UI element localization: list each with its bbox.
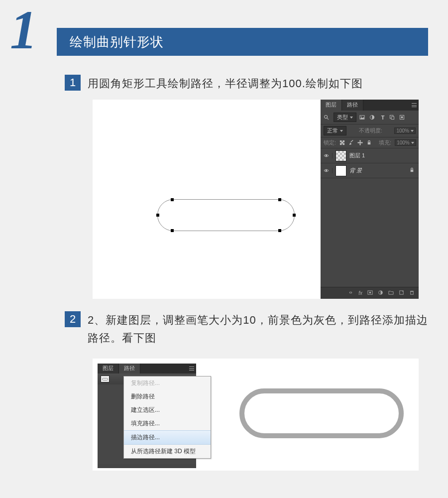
fill-label: 填充: xyxy=(379,139,391,146)
anchor-point xyxy=(278,198,281,201)
adjustment-icon[interactable] xyxy=(378,290,383,296)
section-number: 1 xyxy=(10,2,37,57)
tab-paths[interactable]: 路径 xyxy=(119,364,140,374)
tab-paths[interactable]: 路径 xyxy=(342,100,363,111)
layers-panel-footer: fx xyxy=(321,287,419,299)
lock-icon xyxy=(409,167,415,174)
anchor-point xyxy=(171,229,174,232)
section-heading: 绘制曲别针形状 xyxy=(57,28,428,56)
svg-line-1 xyxy=(327,118,329,120)
rounded-rect-path xyxy=(157,199,295,231)
trash-icon[interactable] xyxy=(409,290,415,296)
step-2-text: 2、新建图层，调整画笔大小为10，前景色为灰色，到路径添加描边路径。看下图 xyxy=(88,311,428,347)
ctx-new-3d-model[interactable]: 从所选路径新建 3D 模型 xyxy=(124,445,211,458)
filter-type-label: 类型 xyxy=(337,114,348,121)
step-1-text: 用圆角矩形工具绘制路径，半径调整为100.绘制如下图 xyxy=(88,75,363,93)
svg-line-14 xyxy=(351,140,353,142)
link-layers-icon[interactable] xyxy=(348,290,353,296)
svg-point-3 xyxy=(361,117,362,118)
chevron-down-icon xyxy=(411,142,414,144)
svg-point-17 xyxy=(326,170,327,171)
group-icon[interactable] xyxy=(388,290,394,296)
lock-label: 锁定: xyxy=(324,139,336,146)
chevron-down-icon xyxy=(411,130,414,132)
stroked-pill-shape xyxy=(239,388,404,438)
filter-smart-icon[interactable] xyxy=(399,115,406,120)
chevron-down-icon xyxy=(350,117,353,119)
visibility-toggle[interactable] xyxy=(321,168,333,173)
panel-menu-icon[interactable] xyxy=(187,364,196,374)
step-1-badge: 1 xyxy=(65,75,81,91)
layer-name: 背 景 xyxy=(349,167,362,174)
layer-thumbnail xyxy=(336,150,346,161)
anchor-point xyxy=(171,198,174,201)
filter-adjust-icon[interactable] xyxy=(369,115,376,120)
svg-point-0 xyxy=(325,116,328,119)
ctx-fill-path[interactable]: 填充路径... xyxy=(124,417,211,430)
blend-mode-value: 正常 xyxy=(327,127,338,134)
ctx-delete-path[interactable]: 删除路径 xyxy=(124,390,211,403)
fx-icon[interactable]: fx xyxy=(358,290,362,296)
filter-shape-icon[interactable] xyxy=(389,115,396,120)
tab-layers[interactable]: 图层 xyxy=(321,100,342,111)
svg-rect-6 xyxy=(391,117,394,120)
visibility-toggle[interactable] xyxy=(321,153,333,158)
tab-spacer xyxy=(140,364,187,374)
tab-layers[interactable]: 图层 xyxy=(98,364,119,374)
anchor-point xyxy=(278,229,281,232)
layer-row-bg[interactable]: 背 景 xyxy=(321,163,419,178)
lock-brush-icon[interactable] xyxy=(348,140,354,145)
tab-spacer xyxy=(363,100,410,111)
new-layer-icon[interactable] xyxy=(399,290,404,296)
lock-all-icon[interactable] xyxy=(366,140,372,145)
step-2-badge: 2 xyxy=(65,311,81,327)
svg-point-16 xyxy=(326,155,327,156)
panel-menu-icon[interactable] xyxy=(410,100,419,111)
svg-rect-18 xyxy=(411,170,414,172)
svg-rect-15 xyxy=(368,142,371,145)
blend-mode-select[interactable]: 正常 xyxy=(324,126,346,135)
filter-type-select[interactable]: 类型 xyxy=(334,113,356,122)
lock-move-icon[interactable] xyxy=(357,140,363,145)
svg-rect-8 xyxy=(401,117,403,119)
ctx-make-selection[interactable]: 建立选区... xyxy=(124,403,211,417)
svg-rect-13 xyxy=(342,143,344,145)
chevron-down-icon xyxy=(340,130,343,132)
layer-row-1[interactable]: 图层 1 xyxy=(321,148,419,163)
ctx-stroke-path[interactable]: 描边路径... xyxy=(124,430,211,445)
svg-rect-12 xyxy=(340,143,342,145)
context-menu: 复制路径... 删除路径 建立选区... 填充路径... 描边路径... 从所选… xyxy=(123,376,211,459)
search-icon xyxy=(324,115,331,120)
anchor-point xyxy=(156,214,159,217)
fill-value[interactable]: 100% xyxy=(395,139,416,146)
screenshot-1: 图层 路径 类型 T xyxy=(93,100,419,299)
opacity-label: 不透明度: xyxy=(359,127,382,134)
path-thumbnail xyxy=(101,375,110,382)
lock-pixels-icon[interactable] xyxy=(339,140,345,145)
svg-point-20 xyxy=(369,292,371,294)
filter-text-icon[interactable]: T xyxy=(379,115,386,121)
layer-thumbnail xyxy=(336,165,346,176)
opacity-value[interactable]: 100% xyxy=(394,127,416,134)
ctx-duplicate-path: 复制路径... xyxy=(124,376,211,390)
screenshot-2: 图层 路径 复制路径... 删除路径 建立选区... 填充路径... 描边路径.… xyxy=(93,359,419,471)
canvas-area xyxy=(93,100,321,299)
step-2: 2 2、新建图层，调整画笔大小为10，前景色为灰色，到路径添加描边路径。看下图 xyxy=(65,311,428,347)
anchor-point xyxy=(293,214,296,217)
layers-panel: 图层 路径 类型 T xyxy=(321,100,419,299)
svg-rect-23 xyxy=(411,292,414,295)
layer-name: 图层 1 xyxy=(349,152,365,159)
filter-image-icon[interactable] xyxy=(359,115,366,120)
mask-icon[interactable] xyxy=(367,290,373,296)
step-1: 1 用圆角矩形工具绘制路径，半径调整为100.绘制如下图 xyxy=(65,75,428,93)
